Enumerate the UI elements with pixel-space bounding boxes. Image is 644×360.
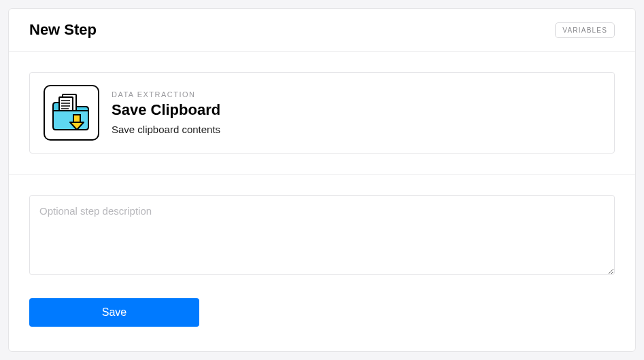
variables-button[interactable]: VARIABLES [555, 22, 615, 38]
save-button[interactable]: Save [29, 298, 199, 327]
step-section: DATA EXTRACTION Save Clipboard Save clip… [9, 52, 635, 174]
step-category: DATA EXTRACTION [112, 90, 220, 98]
step-meta: DATA EXTRACTION Save Clipboard Save clip… [112, 90, 220, 134]
step-subtitle: Save clipboard contents [112, 124, 220, 135]
clipboard-save-icon [44, 85, 99, 141]
step-block[interactable]: DATA EXTRACTION Save Clipboard Save clip… [29, 72, 615, 154]
card-header: New Step VARIABLES [9, 9, 635, 52]
step-title: Save Clipboard [112, 101, 220, 119]
step-description-input[interactable] [29, 195, 615, 275]
description-section: Save [9, 175, 635, 347]
new-step-card: New Step VARIABLES [8, 8, 636, 352]
page-title: New Step [29, 21, 97, 39]
